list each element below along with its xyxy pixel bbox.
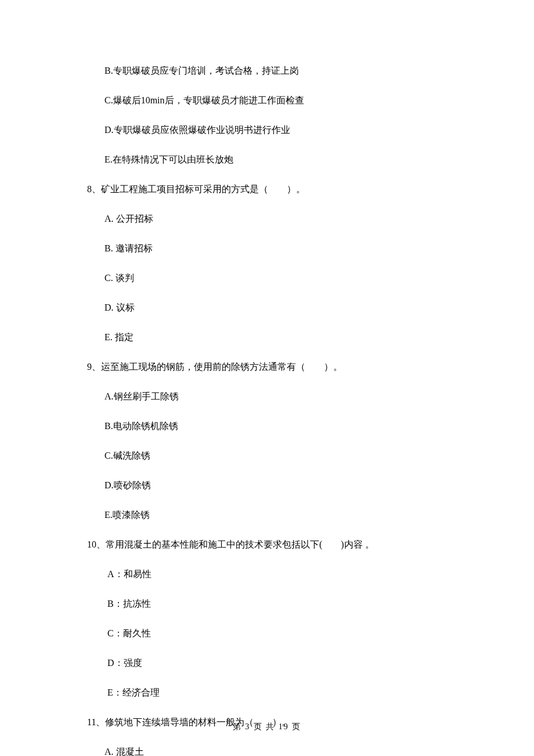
q10-option-b: B：抗冻性	[87, 597, 447, 611]
q10-option-c: C：耐久性	[87, 627, 447, 640]
q8-option-e: E. 指定	[87, 330, 447, 344]
page-footer: 第 3 页 共 19 页	[0, 721, 534, 733]
q8-option-b: B. 邀请招标	[87, 242, 447, 255]
q10-option-d: D：强度	[87, 656, 447, 670]
q7-option-c: C.爆破后10min后，专职爆破员才能进工作面检查	[87, 93, 447, 107]
q9-option-c: C.碱洗除锈	[87, 449, 447, 463]
q9-option-d: D.喷砂除锈	[87, 478, 447, 492]
page-content: B.专职爆破员应专门培训，考试合格，持证上岗 C.爆破后10min后，专职爆破员…	[0, 0, 534, 756]
q9-option-e: E.喷漆除锈	[87, 508, 447, 522]
q11-option-a: A. 混凝土	[87, 745, 447, 756]
q7-option-b: B.专职爆破员应专门培训，考试合格，持证上岗	[87, 64, 447, 78]
q8-option-d: D. 议标	[87, 301, 447, 315]
q8-option-a: A. 公开招标	[87, 212, 447, 226]
q8-option-c: C. 谈判	[87, 271, 447, 285]
q9-text: 9、运至施工现场的钢筋，使用前的除锈方法通常有（ ）。	[87, 360, 447, 374]
q9-option-b: B.电动除锈机除锈	[87, 419, 447, 433]
q8-text: 8、矿业工程施工项目招标可采用的方式是（ ）。	[87, 182, 447, 196]
q10-option-a: A：和易性	[87, 567, 447, 581]
q9-option-a: A.钢丝刷手工除锈	[87, 390, 447, 404]
q10-option-e: E：经济合理	[87, 686, 447, 700]
q10-text: 10、常用混凝土的基本性能和施工中的技术要求包括以下( )内容 。	[87, 538, 447, 552]
q7-option-e: E.在特殊情况下可以由班长放炮	[87, 153, 447, 167]
q7-option-d: D.专职爆破员应依照爆破作业说明书进行作业	[87, 123, 447, 137]
